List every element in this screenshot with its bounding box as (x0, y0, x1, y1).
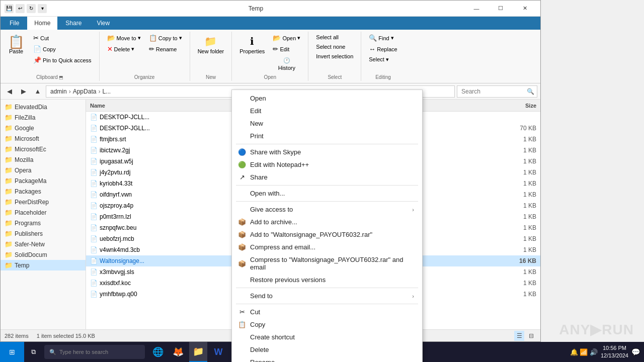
folder-icon: 📁 (5, 114, 13, 121)
sidebar-item-google[interactable]: 📁 Google (1, 123, 86, 133)
cut-button[interactable]: ✂ Cut (30, 33, 95, 43)
start-button[interactable]: ⊞ (0, 342, 24, 362)
open-button[interactable]: 📂 Open ▾ (269, 33, 304, 43)
details-view-button[interactable]: ⊟ (526, 331, 536, 341)
sidebar-item-microsoftec[interactable]: 📁 MicrosoftEc (1, 144, 86, 154)
history-button[interactable]: 🕐 History (269, 55, 304, 73)
titlebar: 💾 ↩ ↻ ▾ Temp — ☐ ✕ (1, 1, 540, 17)
context-menu-item[interactable]: 📦Add to archive... (232, 216, 422, 228)
file-size: 1 KB (496, 136, 536, 143)
delete-button[interactable]: ✕ Delete ▾ (104, 44, 144, 54)
context-menu-item[interactable]: 📦Add to "Waltonsignage_PAYOUT6032.rar" (232, 228, 422, 241)
tab-view[interactable]: View (90, 17, 117, 30)
context-menu-item[interactable]: Open (232, 92, 422, 105)
close-button[interactable]: ✕ (513, 1, 536, 17)
word-icon[interactable]: W (209, 342, 227, 362)
open-dropdown-icon: ▾ (297, 35, 300, 41)
context-menu-item[interactable]: 🟢Edit with Notepad++ (232, 158, 422, 171)
new-folder-button[interactable]: 📁 New folder (194, 33, 228, 57)
explorer-icon[interactable]: 📁 (189, 342, 207, 362)
sidebar-item-mozilla[interactable]: 📁 Mozilla (1, 154, 86, 165)
sidebar-item-opera[interactable]: 📁 Opera (1, 165, 86, 175)
taskview-button[interactable]: ⧉ (24, 342, 42, 362)
context-menu-item[interactable]: 🔵Share with Skype (232, 146, 422, 158)
properties-icon: ℹ (250, 35, 254, 47)
tab-home[interactable]: Home (27, 17, 57, 30)
context-menu-item[interactable]: ✂Cut (232, 306, 422, 318)
sidebar-item-peerdistrep[interactable]: 📁 PeerDistRep (1, 197, 86, 207)
context-menu-item[interactable]: Delete (232, 343, 422, 356)
search-input[interactable] (457, 85, 537, 98)
sidebar-item-temp[interactable]: 📁 Temp (1, 260, 86, 270)
context-menu-item-label: Delete (250, 346, 414, 353)
move-to-button[interactable]: 📂 Move to ▾ (104, 33, 144, 43)
context-menu-item[interactable]: 📋Copy (232, 318, 422, 331)
ribbon-tabs: File Home Share View (1, 17, 540, 30)
paste-button[interactable]: 📋 Paste (5, 33, 28, 57)
context-menu-item[interactable]: Send to› (232, 290, 422, 302)
firefox-icon[interactable]: 🦊 (169, 342, 187, 362)
sidebar-item-microsoft[interactable]: 📁 Microsoft (1, 133, 86, 144)
taskbar-search[interactable]: 🔍 Type here to search (44, 345, 145, 359)
folder-icon: 📁 (5, 177, 13, 185)
sidebar-item-publishers[interactable]: 📁 Publishers (1, 228, 86, 239)
edit-button[interactable]: ✏ Edit (269, 44, 304, 54)
clipboard-expand-icon[interactable]: ⬒ (59, 75, 63, 80)
context-menu-item-label: Copy (250, 321, 414, 328)
context-menu-item[interactable]: Rename (232, 356, 422, 362)
copy-to-button[interactable]: 📋 Copy to ▾ (145, 33, 186, 43)
context-menu-item[interactable]: ↗Share (232, 171, 422, 184)
sidebar-item-safer-netw[interactable]: 📁 Safer-Netw (1, 239, 86, 249)
tab-file[interactable]: File (3, 17, 26, 30)
context-menu-item[interactable]: New (232, 117, 422, 130)
context-menu-item[interactable]: Give access to› (232, 203, 422, 216)
select-stack: Select all Select none Invert selection (312, 33, 357, 61)
notification-icon[interactable]: 💬 (631, 348, 640, 356)
select-button[interactable]: Select ▾ (365, 55, 400, 64)
dropdown-icon[interactable]: ▾ (38, 4, 47, 13)
context-menu-item[interactable]: Restore previous versions (232, 274, 422, 286)
find-button[interactable]: 🔍 Find ▾ (365, 33, 400, 43)
save-icon[interactable]: 💾 (5, 4, 14, 13)
undo-icon[interactable]: ↩ (16, 4, 25, 13)
organize-group: 📂 Move to ▾ ✕ Delete ▾ 📋 C (100, 32, 190, 81)
context-menu-item[interactable]: 📦Compress to "Waltonsignage_PAYOUT6032.r… (232, 253, 422, 274)
minimize-button[interactable]: — (465, 1, 488, 17)
sidebar-item-solidocum[interactable]: 📁 SolidDocum (1, 249, 86, 260)
address-crumb-admin[interactable]: admin (50, 88, 67, 95)
taskbar-right: 🔔 📶 🔊 10:56 PM 12/13/2024 💬 (570, 344, 644, 360)
redo-icon[interactable]: ↻ (27, 4, 36, 13)
rename-button[interactable]: ✏ Rename (145, 44, 186, 54)
edge-icon[interactable]: 🌐 (149, 342, 167, 362)
editing-stack: 🔍 Find ▾ ↔ Replace Select ▾ (365, 33, 400, 64)
sidebar-item-filezilla[interactable]: 📁 FileZilla (1, 112, 86, 123)
address-crumb-l[interactable]: L... (102, 88, 111, 95)
sidebar-item-elevatedia[interactable]: 📁 ElevatedDia (1, 102, 86, 112)
back-button[interactable]: ◀ (4, 85, 16, 98)
sidebar-item-packages[interactable]: 📁 Packages (1, 186, 86, 197)
sidebar-item-placeholder[interactable]: 📁 Placeholder (1, 207, 86, 218)
context-menu-item[interactable]: Create shortcut (232, 331, 422, 343)
select-none-button[interactable]: Select none (312, 42, 357, 51)
context-menu-item-label: Print (250, 132, 414, 140)
list-view-button[interactable]: ☰ (514, 331, 524, 341)
context-menu-item[interactable]: 📦Compress and email... (232, 241, 422, 253)
sidebar-item-programs[interactable]: 📁 Programs (1, 218, 86, 228)
maximize-button[interactable]: ☐ (489, 1, 512, 17)
sidebar-item-packagema[interactable]: 📁 PackageMa (1, 175, 86, 186)
invert-selection-button[interactable]: Invert selection (312, 52, 357, 61)
folder-icon: 📁 (5, 261, 13, 269)
select-all-button[interactable]: Select all (312, 33, 357, 42)
context-menu-item[interactable]: Print (232, 130, 422, 142)
context-menu-item-icon: 📋 (238, 321, 246, 328)
copy-button[interactable]: 📄 Copy (30, 44, 95, 54)
address-crumb-appdata[interactable]: AppData (73, 88, 97, 95)
replace-button[interactable]: ↔ Replace (365, 44, 400, 54)
context-menu-item[interactable]: Open with... (232, 187, 422, 200)
context-menu-item[interactable]: Edit (232, 105, 422, 117)
forward-button[interactable]: ▶ (18, 85, 30, 98)
pin-button[interactable]: 📌 Pin to Quick access (30, 55, 95, 65)
up-button[interactable]: ▲ (32, 85, 44, 98)
properties-button[interactable]: ℹ Properties (236, 33, 268, 73)
tab-share[interactable]: Share (58, 17, 89, 30)
